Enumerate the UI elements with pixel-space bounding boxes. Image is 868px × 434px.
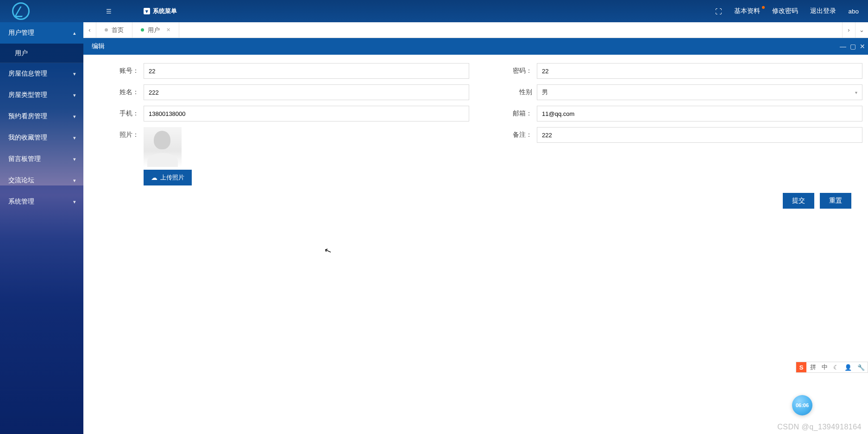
system-menu-button[interactable]: ▾ 系统菜单 [144,7,177,15]
sidebar-item-label: 留言板管理 [8,155,41,163]
field-phone: 手机： [89,106,469,121]
account-input[interactable] [144,63,469,79]
upload-photo-button[interactable]: ☁ 上传照片 [144,170,192,185]
username-label[interactable]: abo [848,8,859,15]
sidebar: 用户管理 ▴ 用户 房屋信息管理 ▾ 房屋类型管理 ▾ 预约看房管理 ▾ 我的收… [0,22,83,434]
ime-bar: S 拼 中 ☾ 👤 🔧 [796,362,868,373]
sidebar-item-label: 房屋类型管理 [8,91,47,99]
field-gender: 性别 男 ▾ [482,84,862,100]
tab-user[interactable]: 用户 ✕ [132,22,179,38]
ime-person-icon[interactable]: 👤 [842,364,855,371]
reset-button[interactable]: 重置 [820,193,851,209]
main-area: ‹ 首页 用户 ✕ › ⌄ 编辑 — ▢ ✕ 账号： 密码： [83,22,868,434]
ime-pin[interactable]: 拼 [807,363,819,371]
sidebar-item-house-info[interactable]: 房屋信息管理 ▾ [0,63,83,84]
minimize-icon[interactable]: — [840,43,846,50]
maximize-icon[interactable]: ▢ [850,43,856,50]
chevron-down-icon: ▾ [855,90,857,95]
panel-title: 编辑 [92,42,105,51]
tab-more-icon[interactable]: ⌄ [855,22,868,38]
password-input[interactable] [537,63,862,79]
ime-zh[interactable]: 中 [819,363,830,371]
tab-bar: ‹ 首页 用户 ✕ › ⌄ [83,22,868,38]
sidebar-sub-user[interactable]: 用户 [0,44,83,63]
email-input[interactable] [537,106,862,121]
sidebar-item-house-type[interactable]: 房屋类型管理 ▾ [0,84,83,106]
field-remark: 备注： [482,127,862,185]
sidebar-item-label: 我的收藏管理 [8,134,47,142]
chevron-down-icon: ▾ [73,71,76,77]
sidebar-toggle-icon[interactable]: ☰ [102,8,116,15]
cloud-upload-icon: ☁ [151,174,157,181]
avatar-image [144,127,182,167]
chevron-down-icon: ▾ [73,114,76,120]
form-row: 照片： ☁ 上传照片 备注： [89,127,862,185]
tab-label: 首页 [112,26,124,34]
gender-select[interactable]: 男 ▾ [537,84,862,100]
profile-link[interactable]: 基本资料 [734,7,760,15]
sidebar-item-message-board[interactable]: 留言板管理 ▾ [0,148,83,170]
photo-preview [144,127,182,167]
field-photo: 照片： ☁ 上传照片 [89,127,469,185]
chevron-up-icon: ▴ [73,30,76,36]
sidebar-item-forum[interactable]: 交流论坛 ▾ [0,170,83,191]
sidebar-item-system[interactable]: 系统管理 ▾ [0,191,83,212]
edit-form: 账号： 密码： 姓名： 性别 男 ▾ [83,55,868,219]
tab-status-dot-icon [105,28,108,32]
field-account: 账号： [89,63,469,79]
submit-button[interactable]: 提交 [783,193,814,209]
change-password-link[interactable]: 修改密码 [772,7,798,15]
label-email: 邮箱： [482,106,537,121]
tab-scroll-right[interactable]: › [842,22,855,38]
sidebar-item-label: 预约看房管理 [8,112,47,121]
upload-label: 上传照片 [160,173,184,182]
label-phone: 手机： [89,106,144,121]
gender-value: 男 [542,88,548,96]
sidebar-item-appointment[interactable]: 预约看房管理 ▾ [0,106,83,127]
chevron-down-icon: ▾ [73,178,76,184]
ime-wrench-icon[interactable]: 🔧 [855,364,868,371]
logout-link[interactable]: 退出登录 [810,7,836,15]
clock-badge: 06:06 [792,395,812,415]
label-name: 姓名： [89,84,144,100]
close-icon[interactable]: ✕ [166,27,170,33]
tab-label: 用户 [148,26,160,34]
panel-header: 编辑 — ▢ ✕ [83,38,868,55]
form-row: 姓名： 性别 男 ▾ [89,84,862,100]
window-controls: — ▢ ✕ [840,43,865,50]
sidebar-item-favorites[interactable]: 我的收藏管理 ▾ [0,127,83,148]
label-remark: 备注： [482,127,537,143]
tab-scroll-left[interactable]: ‹ [83,22,96,38]
label-gender: 性别 [482,84,537,100]
chevron-down-icon: ▾ [73,199,76,205]
sidebar-item-label: 房屋信息管理 [8,70,47,78]
top-header: ☰ ▾ 系统菜单 ⛶ 基本资料 修改密码 退出登录 abo [0,0,868,22]
chevron-down-icon: ▾ [73,156,76,162]
name-input[interactable] [144,84,469,100]
close-icon[interactable]: ✕ [860,43,865,50]
sidebar-item-label: 交流论坛 [8,176,34,185]
field-email: 邮箱： [482,106,862,121]
sidebar-sub-label: 用户 [15,49,28,57]
phone-input[interactable] [144,106,469,121]
label-photo: 照片： [89,127,144,143]
logo [0,2,42,20]
tab-status-dot-icon [141,28,144,32]
menu-icon: ▾ [144,8,150,14]
chevron-down-icon: ▾ [73,92,76,98]
form-row: 账号： 密码： [89,63,862,79]
sidebar-item-label: 系统管理 [8,198,34,206]
sidebar-item-label: 用户管理 [8,29,34,37]
notification-dot-icon [762,6,765,9]
field-name: 姓名： [89,84,469,100]
fullscreen-icon[interactable]: ⛶ [715,7,722,15]
ime-logo-icon[interactable]: S [796,362,806,372]
header-right: ⛶ 基本资料 修改密码 退出登录 abo [715,7,859,15]
sidebar-item-user-mgmt[interactable]: 用户管理 ▴ [0,22,83,44]
form-row: 手机： 邮箱： [89,106,862,121]
remark-input[interactable] [537,127,862,143]
watermark-text: CSDN @q_1394918164 [777,423,862,431]
form-actions: 提交 重置 [89,191,862,211]
tab-home[interactable]: 首页 [96,22,132,38]
ime-moon-icon[interactable]: ☾ [830,364,842,371]
